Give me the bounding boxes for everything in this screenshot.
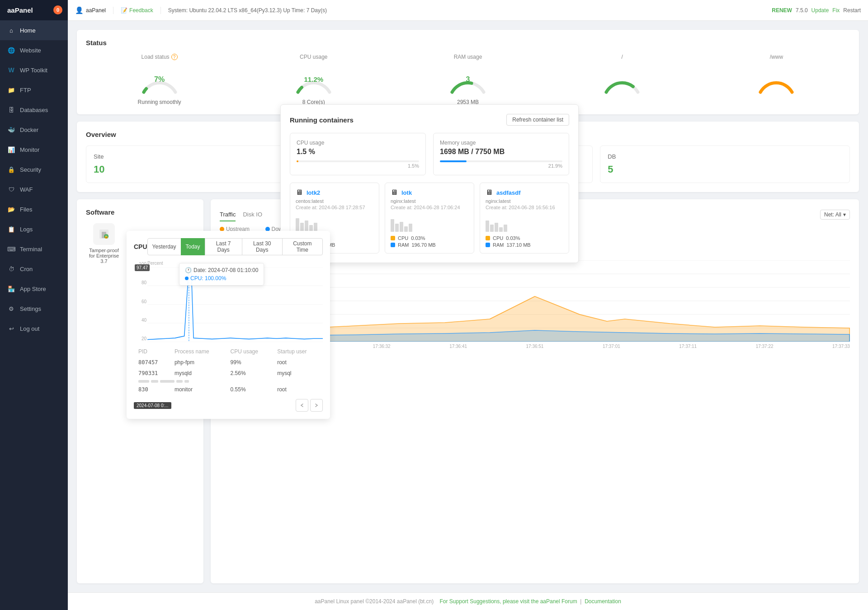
tab-traffic[interactable]: Traffic — [220, 208, 236, 221]
cpu-1: 99% — [227, 357, 273, 367]
sidebar-label-settings: Settings — [20, 305, 41, 312]
sidebar-item-app-store[interactable]: 🏪 App Store — [0, 279, 68, 299]
sidebar-label-home: Home — [20, 27, 36, 34]
cpu-progress-fill — [297, 160, 298, 162]
container-stats-asdfasdf: CPU 0.03% RAM 137.10 MB — [486, 235, 563, 248]
prev-btn[interactable] — [296, 399, 308, 412]
topbar-divider-2 — [160, 7, 161, 14]
status-title: Status — [86, 39, 850, 47]
ram-dot-2 — [391, 243, 395, 247]
renew-link[interactable]: RENEW — [772, 7, 792, 14]
tooltip-value: CPU: 100.00% — [185, 275, 258, 282]
chart-peak-label: 97.47 — [135, 264, 150, 271]
user-2: mysql — [274, 368, 322, 378]
overview-db-value: 5 — [608, 164, 842, 175]
sidebar-item-website[interactable]: 🌐 Website — [0, 40, 68, 60]
status-disk-www: /www — [703, 54, 850, 105]
container-card-header-asdfasdf: 🖥 asdfasdf — [486, 188, 563, 197]
net-select-chevron: ▾ — [843, 211, 846, 218]
refresh-container-btn[interactable]: Refresh container list — [506, 114, 569, 126]
software-item-tamper[interactable]: 🔒 Tamper-proof for Enterprise 3.7 — [86, 223, 122, 264]
container-stats-lotk: CPU 0.03% RAM 196.70 MB — [391, 235, 468, 248]
cpu-value: 11.2% — [304, 75, 324, 83]
tab-today[interactable]: Today — [181, 238, 205, 255]
table-row — [135, 379, 322, 384]
status-ram: RAM usage 3 2953 MB — [394, 54, 541, 105]
cpu-gauge: 11.2% — [291, 63, 336, 94]
container-card-header-lotk: 🖥 lotk — [391, 188, 468, 197]
tab-last7[interactable]: Last 7 Days — [205, 238, 242, 255]
files-icon: 📂 — [7, 205, 15, 213]
container-cpu-stat-lotk: CPU 0.03% — [391, 235, 468, 241]
cpu-dot-2 — [391, 236, 395, 240]
feedback-link[interactable]: 📝 Feedback — [121, 7, 153, 14]
tamper-proof-svg: 🔒 — [98, 228, 110, 240]
prev-icon — [300, 403, 304, 408]
main-area: 👤 aaPanel 📝 Feedback System: Ubuntu 22.0… — [68, 0, 868, 610]
docs-link[interactable]: Documentation — [585, 598, 621, 605]
next-icon — [314, 403, 319, 408]
memory-progress-label: 21.9% — [440, 163, 562, 169]
disk-root-label: / — [622, 54, 623, 60]
procname-1: php-fpm — [171, 357, 226, 367]
tamper-name: Tamper-proof for Enterprise 3.7 — [86, 248, 122, 264]
support-link[interactable]: For Support Suggestions, please visit th… — [440, 598, 577, 605]
disk-www-label: /www — [770, 54, 783, 60]
container-card-header-lotk2: 🖥 lotk2 — [296, 188, 373, 197]
sidebar-item-wp-toolkit[interactable]: W WP Toolkit — [0, 60, 68, 80]
user-4: root — [274, 385, 322, 394]
sidebar-item-settings[interactable]: ⚙ Settings — [0, 299, 68, 319]
cpu-usage-title: CPU usage — [297, 140, 419, 146]
tab-last30[interactable]: Last 30 Days — [242, 238, 283, 255]
container-cpu-stat-asdfasdf: CPU 0.03% — [486, 235, 563, 241]
sidebar-item-logs[interactable]: 📋 Logs — [0, 219, 68, 239]
tab-yesterday[interactable]: Yesterday — [147, 238, 181, 255]
cpu-usage-box: CPU usage 1.5 % 1.5% — [290, 133, 426, 175]
container-card-lotk[interactable]: 🖥 lotk nginx:latest Create at: 2024-06-2… — [385, 183, 474, 253]
next-btn[interactable] — [310, 399, 323, 412]
container-monitor-icon-2: 🖥 — [391, 188, 398, 197]
app-store-icon: 🏪 — [7, 285, 15, 293]
memory-usage-box: Memory usage 1698 MB / 7750 MB 21.9% — [433, 133, 569, 175]
container-image-asdfasdf: nginx:latest — [486, 198, 563, 204]
sidebar-item-databases[interactable]: 🗄 Databases — [0, 100, 68, 120]
settings-icon: ⚙ — [7, 305, 15, 313]
cpu-tooltip: 🕐 Date: 2024-07-08 01:10:00 CPU: 100.00% — [179, 263, 264, 286]
footer-text: aaPanel Linux panel ©2014-2024 aaPanel (… — [315, 598, 434, 605]
container-ram-stat-asdfasdf: RAM 137.10 MB — [486, 242, 563, 248]
sidebar-item-logout[interactable]: ↩ Log out — [0, 319, 68, 338]
disk-root-svg — [599, 63, 645, 94]
sidebar-item-cron[interactable]: ⏱ Cron — [0, 259, 68, 279]
cpu-progress-bar — [297, 160, 419, 162]
net-select[interactable]: Net: All ▾ — [820, 210, 850, 220]
container-name-lotk2: lotk2 — [307, 189, 320, 196]
container-card-asdfasdf[interactable]: 🖥 asdfasdf nginx:latest Create at: 2024-… — [480, 183, 569, 253]
tamper-icon: 🔒 — [93, 223, 115, 245]
sidebar-item-files[interactable]: 📂 Files — [0, 199, 68, 219]
update-link[interactable]: Update — [811, 7, 829, 14]
content-wrapper: Status Load status ? 7% — [68, 21, 868, 592]
cpu-usage-value: 1.5 % — [297, 148, 419, 156]
cpu-label: CPU usage — [300, 54, 327, 60]
tab-custom[interactable]: Custom Time — [282, 238, 323, 255]
sidebar-item-security[interactable]: 🔒 Security — [0, 160, 68, 179]
sidebar-item-terminal[interactable]: ⌨ Terminal — [0, 239, 68, 259]
fix-link[interactable]: Fix — [832, 7, 840, 14]
overview-db[interactable]: DB 5 — [600, 145, 850, 183]
sidebar-item-docker[interactable]: 🐳 Docker — [0, 120, 68, 140]
feedback-icon: 📝 — [121, 7, 127, 14]
ftp-icon: 📁 — [7, 86, 15, 94]
nav-buttons — [296, 399, 323, 412]
sidebar-item-home[interactable]: ⌂ Home — [0, 20, 68, 40]
load-label: Load status ? — [142, 54, 178, 60]
tab-disk-io[interactable]: Disk IO — [243, 208, 262, 221]
topbar-logo-text: aaPanel — [86, 7, 106, 14]
sidebar-label-website: Website — [20, 47, 41, 54]
restart-link[interactable]: Restart — [843, 7, 861, 14]
load-sub: Running smoothly — [138, 99, 181, 105]
logs-icon: 📋 — [7, 225, 15, 233]
sidebar-item-monitor[interactable]: 📊 Monitor — [0, 140, 68, 160]
topbar-right: RENEW 7.5.0 Update Fix Restart — [772, 7, 861, 14]
sidebar-item-ftp[interactable]: 📁 FTP — [0, 80, 68, 100]
sidebar-item-waf[interactable]: 🛡 WAF — [0, 179, 68, 199]
